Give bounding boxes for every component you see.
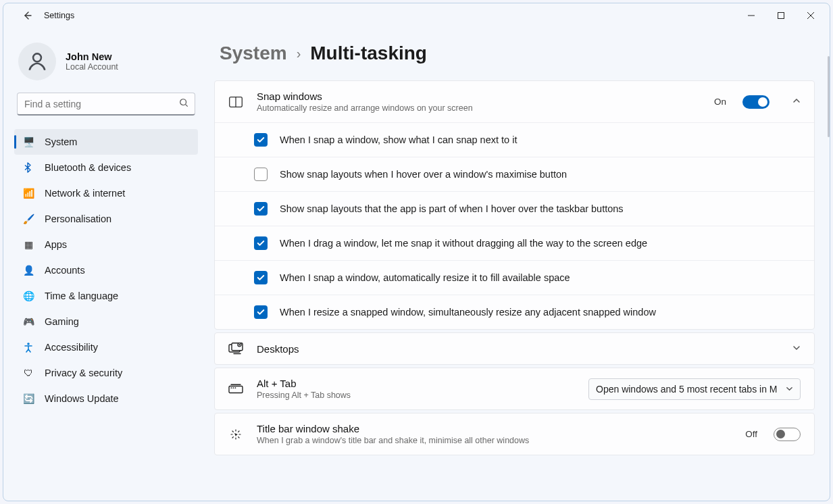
shake-toggle-label: Off	[745, 429, 757, 439]
chevron-down-icon	[792, 344, 801, 354]
minimize-button[interactable]	[736, 6, 766, 25]
sidebar-item-windows-update[interactable]: 🔄Windows Update	[14, 386, 198, 411]
sidebar-item-network-internet[interactable]: 📶Network & internet	[14, 180, 198, 206]
titlebar: Settings	[3, 3, 830, 28]
window-controls	[736, 6, 826, 25]
sidebar-item-label: Gaming	[45, 316, 79, 327]
snap-option-checkbox[interactable]	[254, 305, 268, 319]
chevron-down-icon	[786, 385, 793, 393]
sidebar-item-label: Bluetooth & devices	[45, 162, 131, 173]
sidebar-item-personalisation[interactable]: 🖌️Personalisation	[14, 206, 198, 232]
chevron-right-icon: ›	[297, 46, 301, 61]
svg-point-9	[231, 387, 232, 388]
sidebar-item-gaming[interactable]: 🎮Gaming	[14, 309, 198, 334]
shake-toggle[interactable]	[774, 428, 801, 441]
alt-tab-header: Alt + Tab Pressing Alt + Tab shows Open …	[215, 368, 814, 409]
alt-tab-dropdown[interactable]: Open windows and 5 most recent tabs in M	[588, 378, 801, 400]
snap-toggle-label: On	[714, 97, 726, 107]
shake-title: Title bar window shake	[257, 423, 732, 434]
snap-option-label: When I drag a window, let me snap it wit…	[280, 238, 647, 249]
breadcrumb-parent[interactable]: System	[220, 43, 287, 64]
search-icon	[179, 98, 188, 110]
back-button[interactable]	[16, 4, 39, 27]
sidebar-item-label: Accounts	[45, 265, 85, 276]
snap-layout-icon	[228, 97, 243, 107]
nav-icon: 🔄	[22, 393, 34, 405]
svg-rect-0	[778, 13, 784, 19]
desktops-header[interactable]: Desktops	[215, 333, 814, 364]
sidebar-item-apps[interactable]: ▦Apps	[14, 232, 198, 257]
nav-icon	[22, 161, 34, 174]
sidebar-item-label: System	[45, 136, 77, 147]
sidebar-item-label: Privacy & security	[45, 368, 122, 378]
main-content: System › Multi-tasking Snap windows Auto…	[209, 28, 830, 501]
breadcrumb: System › Multi-tasking	[214, 43, 815, 64]
snap-option-checkbox[interactable]	[254, 236, 268, 250]
svg-point-1	[33, 53, 41, 61]
snap-option-checkbox[interactable]	[254, 168, 268, 181]
nav-icon: 🛡	[22, 367, 34, 379]
sidebar: John New Local Account 🖥️SystemBluetooth…	[3, 28, 209, 501]
snap-option-label: When I snap a window, automatically resi…	[280, 272, 570, 283]
nav-icon: 🖥️	[22, 136, 34, 148]
snap-windows-header[interactable]: Snap windows Automatically resize and ar…	[215, 81, 814, 122]
sidebar-item-system[interactable]: 🖥️System	[14, 129, 198, 155]
desktops-icon	[228, 343, 243, 355]
snap-option-row: When I snap a window, show what I can sn…	[215, 122, 814, 157]
back-arrow-icon	[22, 10, 32, 21]
shake-cursor-icon	[228, 428, 243, 441]
sidebar-item-accounts[interactable]: 👤Accounts	[14, 257, 198, 283]
sidebar-item-label: Accessibility	[45, 342, 98, 353]
sidebar-item-label: Time & language	[45, 291, 118, 301]
snap-option-row: When I resize a snapped window, simultan…	[215, 295, 814, 329]
desktops-card: Desktops	[214, 332, 815, 365]
app-title: Settings	[44, 11, 74, 20]
snap-option-label: When I resize a snapped window, simultan…	[280, 307, 656, 318]
maximize-icon	[778, 12, 784, 19]
close-button[interactable]	[796, 6, 826, 25]
snap-subtitle: Automatically resize and arrange windows…	[257, 103, 701, 113]
svg-point-11	[235, 387, 236, 388]
snap-title: Snap windows	[257, 91, 701, 102]
svg-point-2	[180, 99, 186, 105]
scrollbar-thumb[interactable]	[828, 56, 830, 137]
chevron-up-icon	[792, 97, 801, 107]
user-block[interactable]: John New Local Account	[14, 37, 198, 93]
alt-tab-card: Alt + Tab Pressing Alt + Tab shows Open …	[214, 368, 815, 410]
snap-option-row: Show snap layouts that the app is part o…	[215, 191, 814, 226]
snap-option-checkbox[interactable]	[254, 133, 268, 147]
user-account-type: Local Account	[66, 62, 118, 72]
avatar-icon	[26, 50, 49, 73]
snap-option-checkbox[interactable]	[254, 202, 268, 216]
sidebar-item-accessibility[interactable]: Accessibility	[14, 334, 198, 360]
nav-icon: 🎮	[22, 316, 34, 328]
sidebar-item-time-language[interactable]: 🌐Time & language	[14, 283, 198, 309]
snap-toggle[interactable]	[742, 95, 769, 109]
sidebar-item-privacy-security[interactable]: 🛡Privacy & security	[14, 360, 198, 386]
sidebar-item-label: Personalisation	[45, 213, 111, 224]
nav-icon	[22, 341, 34, 353]
settings-window: Settings John New Local Account	[3, 3, 830, 501]
sidebar-item-label: Apps	[45, 239, 67, 250]
sidebar-item-bluetooth-devices[interactable]: Bluetooth & devices	[14, 155, 198, 180]
alt-tab-title: Alt + Tab	[257, 378, 575, 389]
avatar	[18, 43, 56, 80]
title-bar-shake-card: Title bar window shake When I grab a win…	[214, 413, 815, 455]
sidebar-item-label: Network & internet	[45, 188, 125, 199]
svg-rect-8	[229, 386, 243, 393]
maximize-button[interactable]	[766, 6, 796, 25]
search-input[interactable]	[17, 93, 195, 116]
search-field-wrap	[17, 93, 195, 116]
window-stack-icon	[228, 384, 243, 395]
page-title: Multi-tasking	[310, 43, 427, 64]
nav-icon: 📶	[22, 187, 34, 199]
nav-icon: 🌐	[22, 290, 34, 302]
snap-options-list: When I snap a window, show what I can sn…	[215, 122, 814, 329]
svg-point-10	[233, 387, 234, 388]
nav-icon: 👤	[22, 264, 34, 276]
sidebar-item-label: Windows Update	[45, 393, 119, 404]
desktops-title: Desktops	[257, 343, 779, 355]
snap-option-label: Show snap layouts when I hover over a wi…	[280, 169, 567, 180]
snap-option-checkbox[interactable]	[254, 271, 268, 284]
snap-option-label: When I snap a window, show what I can sn…	[280, 134, 517, 145]
